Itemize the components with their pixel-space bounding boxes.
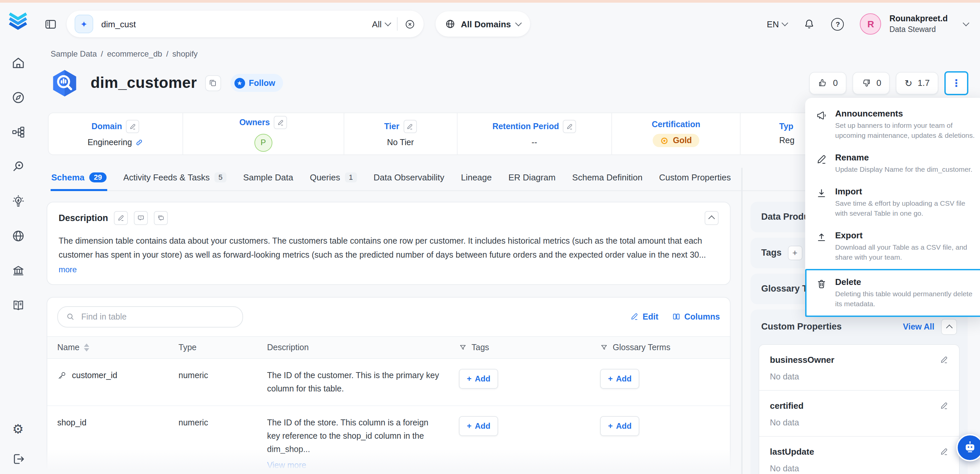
sidebar-observability-icon[interactable]: [11, 160, 25, 174]
find-in-table-input[interactable]: [80, 312, 234, 322]
menu-item-description: Deleting this table would permanently de…: [835, 289, 975, 309]
search-scope-dropdown[interactable]: All: [372, 19, 390, 29]
notifications-bell-icon[interactable]: [803, 18, 816, 30]
collapse-custom-properties-button[interactable]: [941, 319, 957, 335]
edit-table-button[interactable]: Edit: [630, 312, 658, 321]
retention-label[interactable]: Retention Period: [493, 122, 559, 132]
add-glossary-term-button[interactable]: + Add: [600, 416, 640, 436]
tab-activity-feeds[interactable]: Activity Feeds & Tasks 5: [123, 169, 227, 191]
global-search-input[interactable]: [100, 18, 365, 30]
plus-icon: +: [608, 419, 613, 433]
breadcrumb-service[interactable]: Sample Data: [51, 49, 97, 59]
find-in-table-box[interactable]: [57, 306, 243, 328]
edit-domain-icon[interactable]: [126, 120, 139, 134]
follow-button[interactable]: ★ Follow: [230, 74, 283, 92]
search-scope-label: All: [372, 19, 382, 29]
upvote-button[interactable]: 0: [809, 72, 846, 94]
version-button[interactable]: ↻ 1.7: [896, 72, 939, 94]
sidebar-domains-icon[interactable]: [11, 229, 25, 243]
certification-label: Certification: [652, 120, 700, 129]
menu-item-announcements[interactable]: Announcements Set up banners to inform y…: [809, 102, 980, 146]
edit-property-icon[interactable]: [940, 355, 948, 364]
tab-sample-data[interactable]: Sample Data: [242, 169, 294, 191]
sidebar-explore-icon[interactable]: [11, 91, 25, 105]
owners-label[interactable]: Owners: [239, 118, 270, 127]
global-search-bar[interactable]: ✦ All: [67, 11, 423, 37]
menu-item-import[interactable]: Import Save time & effort by uploading a…: [809, 180, 980, 224]
help-icon[interactable]: ?: [832, 17, 844, 30]
edit-retention-icon[interactable]: [563, 120, 576, 134]
all-domains-filter[interactable]: All Domains: [436, 11, 530, 37]
tab-schema-definition[interactable]: Schema Definition: [571, 169, 643, 191]
divider: [397, 17, 398, 30]
tier-value: No Tier: [387, 138, 414, 148]
sidebar-glossary-icon[interactable]: [11, 298, 25, 312]
column-name[interactable]: customer_id: [72, 369, 117, 382]
sidebar-toggle-icon[interactable]: [44, 17, 57, 30]
menu-item-description: Save time & effort by uploading a CSV fi…: [835, 199, 975, 218]
top-bar: ✦ All All Domains EN: [36, 3, 980, 41]
filter-funnel-icon[interactable]: [459, 344, 467, 352]
add-tag-button[interactable]: + Add: [459, 416, 498, 436]
sidebar-governance-icon[interactable]: [11, 264, 25, 278]
language-selector[interactable]: EN: [767, 19, 788, 29]
content-scrollbar[interactable]: [741, 168, 743, 474]
description-conversation-icon[interactable]: [154, 211, 168, 225]
edit-property-icon[interactable]: [940, 447, 948, 456]
property-name: businessOwner: [770, 355, 834, 365]
user-avatar[interactable]: R: [860, 13, 881, 35]
summary-retention: Retention Period --: [457, 113, 611, 154]
tab-queries[interactable]: Queries 1: [309, 169, 357, 191]
description-more-link[interactable]: more: [59, 265, 77, 274]
downvote-button[interactable]: 0: [853, 72, 890, 94]
filter-funnel-icon[interactable]: [600, 344, 608, 352]
page-title: dim_customer: [91, 74, 197, 92]
sidebar-insights-icon[interactable]: [11, 194, 25, 208]
robot-icon: [963, 440, 978, 455]
breadcrumb-schema[interactable]: shopify: [172, 49, 198, 59]
logout-icon[interactable]: [11, 452, 25, 466]
add-glossary-term-button[interactable]: + Add: [600, 369, 640, 389]
edit-tier-icon[interactable]: [403, 120, 417, 134]
edit-owners-icon[interactable]: [274, 116, 287, 129]
custom-properties-list: businessOwner No data certified: [759, 344, 960, 474]
view-more-link[interactable]: View more: [267, 459, 306, 472]
tab-custom-properties[interactable]: Custom Properties: [658, 169, 731, 191]
menu-item-delete[interactable]: Delete Deleting this table would permane…: [805, 269, 980, 317]
add-tags-button[interactable]: +: [788, 246, 802, 260]
header-name: Name: [57, 343, 80, 352]
settings-gear-icon[interactable]: ⚙: [11, 422, 25, 436]
owner-avatar[interactable]: P: [255, 134, 272, 152]
version-history-icon: ↻: [904, 78, 912, 88]
column-name[interactable]: shop_id: [57, 416, 87, 429]
sidebar-lineage-icon[interactable]: [11, 125, 25, 139]
tab-data-observability[interactable]: Data Observability: [373, 169, 445, 191]
ai-sparkle-icon[interactable]: ✦: [75, 14, 93, 33]
custom-properties-card: Custom Properties View All businessOwner…: [751, 310, 968, 474]
tab-schema[interactable]: Schema 29: [51, 169, 107, 191]
tab-label: Schema: [51, 172, 84, 183]
tab-label: Data Observability: [374, 172, 444, 183]
user-menu-chevron-icon[interactable]: [963, 20, 969, 26]
breadcrumb-database[interactable]: ecommerce_db: [107, 49, 162, 59]
request-description-icon[interactable]: [134, 211, 148, 225]
columns-visibility-button[interactable]: Columns: [671, 312, 720, 321]
domain-label[interactable]: Domain: [92, 122, 122, 132]
tab-er-diagram[interactable]: ER Diagram: [508, 169, 557, 191]
sidebar-home-icon[interactable]: [11, 56, 25, 70]
clear-search-icon[interactable]: [404, 18, 415, 30]
tab-lineage[interactable]: Lineage: [460, 169, 493, 191]
copy-name-button[interactable]: [205, 75, 221, 91]
collapse-description-button[interactable]: [705, 211, 719, 225]
app-logo-icon[interactable]: [7, 9, 29, 32]
add-tag-button[interactable]: + Add: [459, 369, 498, 389]
domain-value[interactable]: Engineering: [88, 138, 132, 148]
edit-property-icon[interactable]: [940, 401, 948, 410]
edit-description-icon[interactable]: [114, 211, 128, 225]
tier-label[interactable]: Tier: [384, 122, 399, 132]
menu-item-export[interactable]: Export Download all your Table as a CSV …: [809, 224, 980, 268]
sort-icon[interactable]: [84, 344, 89, 352]
view-all-link[interactable]: View All: [903, 322, 935, 332]
menu-item-rename[interactable]: Rename Update Display Name for the dim_c…: [809, 146, 980, 180]
manage-menu-button[interactable]: ⋮: [944, 71, 968, 95]
